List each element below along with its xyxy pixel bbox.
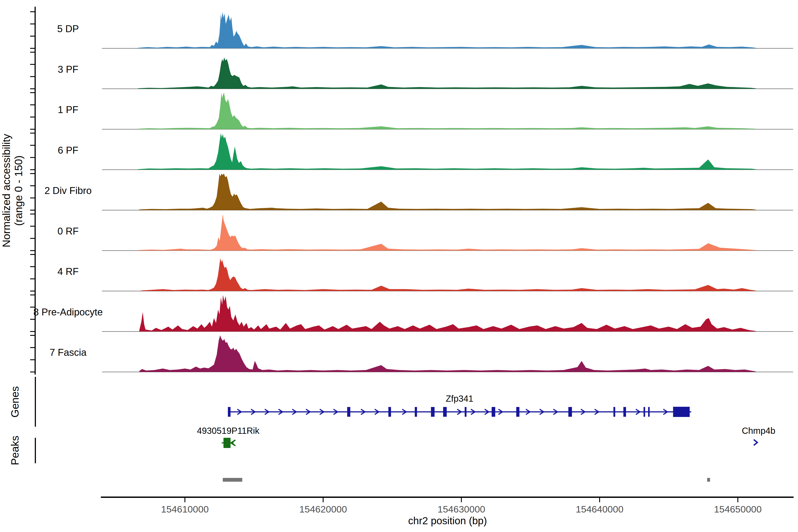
gene-exon-zfp341 — [623, 407, 626, 417]
gene-label-chmp4b: Chmp4b — [742, 426, 775, 436]
gene-exon-zfp341 — [388, 407, 391, 417]
gene-exon-zfp341 — [516, 407, 519, 417]
gene-exon-zfp341 — [415, 407, 417, 417]
coverage-tracks-layer: 5 DP3 PF1 PF6 PF2 Div Fibro0 RF4 RF8 Pre… — [33, 12, 793, 372]
y-axis-ticks-layer — [30, 12, 35, 372]
track-label: 7 Fascia — [50, 347, 87, 358]
coverage-plot-figure: 5 DP3 PF1 PF6 PF2 Div Fibro0 RF4 RF8 Pre… — [0, 0, 798, 532]
peak-bar — [707, 478, 710, 482]
gene-exon-zfp341 — [492, 407, 495, 417]
peaks-section-label: Peaks — [9, 436, 21, 465]
strand-chevron-right-icon — [754, 440, 757, 445]
x-axis-line — [101, 496, 794, 498]
gene-exon-zfp341 — [347, 407, 350, 417]
track-label: 3 PF — [58, 64, 78, 75]
gene-exon-zfp341 — [644, 407, 645, 417]
gene-models-layer: Zfp3414930519P11RikChmp4b — [197, 394, 775, 448]
track-label: 2 Div Fibro — [44, 185, 92, 196]
gene-exon-zfp341 — [431, 407, 435, 417]
x-axis-tick — [461, 498, 462, 502]
coverage-area-1-pf — [138, 93, 756, 129]
x-axis-tick-label: 154640000 — [576, 504, 623, 514]
coverage-area-3-pf — [138, 58, 756, 89]
gene-exon-zfp341 — [648, 407, 650, 417]
x-axis-layer: 1546100001546200001546300001546400001546… — [161, 498, 762, 514]
track-label: 8 Pre-Adipocyte — [33, 307, 102, 318]
x-axis-tick — [738, 498, 738, 502]
coverage-area-6-pf — [138, 133, 756, 170]
x-axis-tick — [599, 498, 600, 502]
gene-terminal-exon-zfp341 — [673, 407, 690, 417]
coverage-area-4-rf — [141, 258, 756, 291]
gene-exon-zfp341 — [464, 407, 467, 417]
gene-exon-zfp341 — [568, 407, 572, 417]
genes-bracket — [35, 377, 36, 427]
gene-exon-zfp341 — [443, 407, 446, 417]
y-axis-title-line1: Normalized accessibility — [0, 134, 12, 247]
x-axis-tick — [323, 498, 324, 502]
track-label: 6 PF — [58, 145, 78, 156]
track-label: 5 DP — [57, 23, 79, 34]
gene-label-zfp341: Zfp341 — [446, 394, 474, 403]
coverage-area-2-div-fibro — [139, 174, 756, 210]
peaks-layer — [223, 478, 710, 482]
y-axis-bracket-tracks — [35, 7, 36, 375]
x-axis-tick — [185, 498, 185, 502]
coverage-area-7-fascia — [139, 335, 756, 372]
track-label: 4 RF — [57, 266, 78, 277]
gene-label-4930519p11rik: 4930519P11Rik — [197, 426, 260, 436]
gene-exon-zfp341 — [228, 407, 230, 417]
x-axis-tick-label: 154630000 — [438, 504, 485, 514]
x-axis-tick-label: 154610000 — [161, 504, 209, 514]
coverage-area-0-rf — [138, 214, 756, 251]
peak-bar — [223, 478, 242, 482]
y-axis-title-line2: (range 0 - 150) — [13, 155, 24, 226]
gene-exon-zfp341 — [613, 407, 615, 417]
x-axis-tick-label: 154650000 — [714, 504, 762, 514]
track-label: 0 RF — [57, 226, 78, 236]
x-axis-tick-label: 154620000 — [299, 504, 347, 514]
gene-exon-rik — [224, 438, 230, 448]
genes-section-label: Genes — [9, 386, 21, 417]
x-axis-title: chr2 position (bp) — [408, 515, 487, 527]
track-label: 1 PF — [58, 104, 78, 115]
coverage-area-5-dp — [138, 12, 756, 48]
coverage-area-8-pre-adipocyte — [139, 295, 756, 331]
peaks-bracket — [35, 438, 36, 463]
